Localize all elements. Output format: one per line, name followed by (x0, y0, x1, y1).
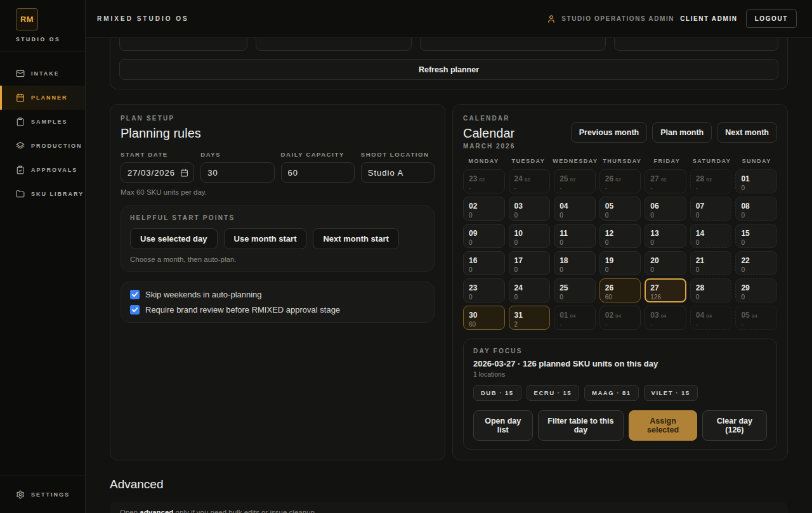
calendar-month: MARCH 2026 (463, 143, 515, 150)
advanced-note-suffix: only if you need bulk edits or issue cle… (173, 509, 317, 513)
sidebar-item-planner[interactable]: PLANNER (0, 86, 85, 110)
calendar-header-left: CALENDAR Calendar MARCH 2026 (463, 115, 515, 150)
sidebar-item-samples[interactable]: SAMPLES (0, 110, 85, 134)
filter-table-to-this-day-button[interactable]: Filter table to this day (538, 410, 624, 441)
clear-day-126--button[interactable]: Clear day (126) (702, 410, 767, 441)
calendar-small-icon[interactable] (180, 168, 188, 176)
sidebar-item-label: SKU LIBRARY (31, 191, 84, 197)
advanced-note: Open advanced only if you need bulk edit… (110, 502, 788, 513)
field-label: SHOOT LOCATION (361, 151, 435, 158)
calendar-day-02-04[interactable]: 0204 - (599, 306, 641, 330)
calendar-day-24-02[interactable]: 2402 - (509, 169, 551, 193)
calendar-day-04-04[interactable]: 0404 - (690, 306, 732, 330)
calendar-day-02[interactable]: 02 0 (463, 197, 505, 221)
calendar-day-31[interactable]: 31 2 (509, 306, 551, 330)
calendar-day-01[interactable]: 01 0 (735, 169, 777, 193)
cutoff-inputs-row (119, 38, 778, 51)
cutoff-input[interactable] (119, 38, 247, 51)
plan-month-button[interactable]: Plan month (652, 122, 712, 143)
calendar-day-05-04[interactable]: 0504 - (735, 306, 777, 330)
sidebar: RM STUDIO OS INTAKE PLANNER SAMPLES PROD… (0, 0, 86, 513)
calendar-day-03-04[interactable]: 0304 - (645, 306, 686, 330)
checkbox-label: Skip weekends in auto-planning (145, 290, 262, 299)
main-column: RMIXED STUDIO OS STUDIO OPERATIONS ADMIN… (86, 0, 812, 513)
calendar-day-08[interactable]: 08 0 (735, 197, 777, 221)
logout-button[interactable]: LOGOUT (746, 10, 797, 28)
field-label: DAILY CAPACITY (281, 151, 355, 158)
cutoff-input[interactable] (614, 38, 778, 51)
calendar-day-17[interactable]: 17 0 (509, 251, 551, 275)
calendar-day-21[interactable]: 21 0 (690, 251, 732, 275)
open-day-list-button[interactable]: Open day list (473, 410, 533, 441)
calendar-day-23[interactable]: 23 0 (463, 278, 505, 302)
start-points-box: HELPFUL START POINTS Use selected dayUse… (121, 205, 435, 272)
sidebar-item-label: PRODUCTION (31, 143, 82, 149)
sidebar-item-approvals[interactable]: APPROVALS (0, 158, 85, 182)
calendar-day-07[interactable]: 07 0 (690, 197, 732, 221)
start-point-buttons: Use selected dayUse month startNext mont… (130, 228, 425, 249)
weekday-label: TUESDAY (508, 158, 549, 164)
sidebar-item-settings[interactable]: SETTINGS (0, 482, 85, 507)
calendar-day-26[interactable]: 26 60 (599, 278, 641, 302)
checkbox-require-brand-review-before-rm[interactable]: Require brand review before RMIXED appro… (130, 305, 425, 315)
panels-row: PLAN SETUP Planning rules START DATE DAY… (110, 104, 788, 460)
sidebar-item-intake[interactable]: INTAKE (0, 62, 85, 86)
sidebar-item-production[interactable]: PRODUCTION (0, 134, 85, 158)
weekday-label: SATURDAY (691, 158, 733, 164)
calendar-day-23-02[interactable]: 2302 - (463, 169, 505, 193)
calendar-day-12[interactable]: 12 0 (599, 224, 641, 248)
calendar-day-16[interactable]: 16 0 (463, 251, 505, 275)
calendar-day-25[interactable]: 25 0 (554, 278, 596, 302)
calendar-day-06[interactable]: 06 0 (645, 197, 686, 221)
refresh-planner-button[interactable]: Refresh planner (119, 59, 778, 80)
sidebar-item-sku-library[interactable]: SKU LIBRARY (0, 182, 85, 206)
next-month-start-button[interactable]: Next month start (313, 228, 398, 249)
calendar-day-27[interactable]: 27 126 (645, 278, 686, 302)
calendar-day-27-02[interactable]: 2702 - (645, 169, 686, 193)
calendar-day-13[interactable]: 13 0 (645, 224, 686, 248)
calendar-day-30[interactable]: 30 60 (463, 306, 505, 330)
checkbox-icon[interactable] (130, 290, 140, 299)
previous-month-button[interactable]: Previous month (571, 122, 647, 143)
main-content: Refresh planner PLAN SETUP Planning rule… (86, 38, 812, 513)
calendar-day-24[interactable]: 24 0 (509, 278, 551, 302)
calendar-day-20[interactable]: 20 0 (645, 251, 686, 275)
calendar-day-01-04[interactable]: 0104 - (554, 306, 596, 330)
calendar-day-04[interactable]: 04 0 (554, 197, 596, 221)
day-focus-summary: 2026-03-27 · 126 planned SKU units on th… (473, 359, 767, 368)
calendar-day-03[interactable]: 03 0 (509, 197, 551, 221)
calendar-day-26-02[interactable]: 2602 - (599, 169, 641, 193)
plan-setup-label: PLAN SETUP (121, 115, 435, 122)
calendar-day-28[interactable]: 28 0 (690, 278, 732, 302)
location-chip: DUB · 15 (473, 385, 521, 401)
calendar-day-14[interactable]: 14 0 (690, 224, 732, 248)
calendar-day-29[interactable]: 29 0 (735, 278, 777, 302)
cutoff-input[interactable] (256, 38, 412, 51)
user-icon (547, 15, 556, 23)
calendar-day-09[interactable]: 09 0 (463, 224, 505, 248)
cutoff-input[interactable] (420, 38, 606, 51)
calendar-day-05[interactable]: 05 0 (599, 197, 641, 221)
sidebar-nav: INTAKE PLANNER SAMPLES PRODUCTION APPROV… (0, 62, 85, 206)
calendar-day-10[interactable]: 10 0 (509, 224, 551, 248)
calendar-day-18[interactable]: 18 0 (554, 251, 596, 275)
calendar-day-25-02[interactable]: 2502 - (554, 169, 596, 193)
calendar-day-22[interactable]: 22 0 (735, 251, 777, 275)
sidebar-footer: SETTINGS (0, 476, 85, 513)
checkbox-icon[interactable] (130, 305, 140, 315)
checkbox-label: Require brand review before RMIXED appro… (145, 305, 340, 315)
daily-capacity-input[interactable] (281, 162, 355, 183)
assign-selected-button[interactable]: Assign selected (629, 410, 697, 441)
checkbox-skip-weekends-in-auto-planning[interactable]: Skip weekends in auto-planning (130, 290, 425, 299)
next-month-button[interactable]: Next month (717, 122, 777, 143)
plan-setup-title: Planning rules (121, 126, 435, 141)
calendar-day-15[interactable]: 15 0 (735, 224, 777, 248)
shoot-location-input[interactable] (361, 162, 435, 183)
calendar-day-19[interactable]: 19 0 (599, 251, 641, 275)
days-input[interactable] (200, 162, 274, 183)
clipboard-check-icon (16, 166, 25, 174)
calendar-day-11[interactable]: 11 0 (554, 224, 596, 248)
use-month-start-button[interactable]: Use month start (224, 228, 307, 249)
use-selected-day-button[interactable]: Use selected day (130, 228, 218, 249)
calendar-day-28-02[interactable]: 2802 - (690, 169, 732, 193)
